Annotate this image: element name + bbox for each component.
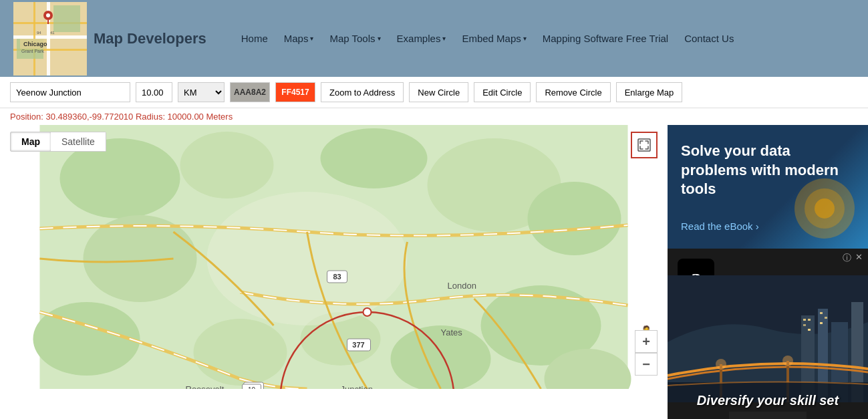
ad-bottom-cta[interactable]: Learn More (729, 412, 806, 419)
position-text: Position: 30.489360,-99.772010 Radius: 1… (10, 112, 233, 122)
header: Chicago Grant Park 94 41 Map Developers … (0, 0, 868, 77)
address-input[interactable] (10, 82, 130, 102)
svg-point-12 (46, 13, 50, 17)
map-type-satellite[interactable]: Satellite (51, 132, 106, 151)
svg-rect-66 (808, 329, 811, 331)
svg-text:Junction: Junction (341, 384, 373, 389)
svg-rect-63 (803, 319, 806, 321)
stroke-color-box[interactable]: AAA8A2 (230, 82, 270, 102)
enlarge-map-button[interactable]: Enlarge Map (616, 82, 683, 102)
svg-point-25 (194, 319, 287, 386)
nav-mapping-software[interactable]: Mapping Software Free Trial (541, 29, 670, 47)
zoom-to-address-button[interactable]: Zoom to Address (321, 82, 404, 102)
svg-rect-65 (803, 324, 806, 326)
nav-embeds-arrow: ▾ (523, 35, 527, 42)
ad-city-image (668, 275, 868, 402)
zoom-controls: + − (635, 330, 658, 376)
svg-text:London: London (448, 281, 476, 291)
map-type-buttons: Map Satellite (10, 132, 106, 152)
svg-text:Grant Park: Grant Park (21, 49, 44, 53)
position-info: Position: 30.489360,-99.772010 Radius: 1… (0, 108, 868, 125)
logo-area: Chicago Grant Park 94 41 Map Developers (13, 2, 206, 76)
svg-point-19 (180, 132, 274, 198)
nav-map-tools[interactable]: Map Tools ▾ (328, 29, 382, 47)
toolbar: KM Miles Meters AAA8A2 FF4517 Zoom to Ad… (0, 77, 868, 108)
nav-contact-us[interactable]: Contact Us (683, 29, 735, 47)
svg-point-72 (716, 359, 726, 370)
logo-map: Chicago Grant Park 94 41 (13, 2, 87, 76)
map-svg: 377 83 10 10 10 London Yates Roosevelt (0, 125, 668, 389)
unit-select[interactable]: KM Miles Meters (178, 82, 225, 102)
svg-point-23 (84, 215, 197, 302)
fill-color-box[interactable]: FF4517 (275, 82, 315, 102)
svg-rect-69 (820, 322, 823, 324)
nav-examples[interactable]: Examples ▾ (396, 29, 448, 47)
svg-rect-67 (820, 312, 823, 314)
map-canvas[interactable]: 377 83 10 10 10 London Yates Roosevelt (0, 125, 668, 389)
site-title: Map Developers (94, 30, 206, 47)
svg-point-22 (528, 182, 621, 255)
svg-point-57 (815, 198, 835, 219)
ad-top: Solve your data problems with modern too… (668, 125, 868, 249)
svg-text:10: 10 (248, 386, 256, 389)
ad-top-decoration (781, 168, 868, 249)
ad-info-icon[interactable]: ⓘ (843, 252, 851, 264)
nav-maps[interactable]: Maps ▾ (283, 29, 315, 47)
svg-rect-7 (53, 5, 80, 32)
svg-point-20 (321, 128, 428, 188)
nav-examples-arrow: ▾ (442, 35, 446, 42)
svg-rect-64 (808, 319, 811, 321)
radius-input[interactable] (136, 82, 172, 102)
svg-text:Roosevelt: Roosevelt (186, 384, 225, 389)
remove-circle-button[interactable]: Remove Circle (536, 82, 610, 102)
svg-text:94: 94 (37, 31, 41, 35)
nav: Home Maps ▾ Map Tools ▾ Examples ▾ Embed… (227, 29, 855, 47)
ad-bottom-text: Diversify your skill set (687, 386, 849, 412)
svg-point-48 (364, 308, 372, 316)
nav-maptools-arrow: ▾ (378, 35, 381, 42)
ad-close-icon[interactable]: ✕ (855, 252, 863, 264)
nav-embed-maps[interactable]: Embed Maps ▾ (460, 29, 527, 47)
svg-text:Chicago: Chicago (23, 41, 47, 47)
new-circle-button[interactable]: New Circle (409, 82, 468, 102)
svg-text:377: 377 (352, 341, 364, 349)
zoom-in-button[interactable]: + (635, 330, 658, 353)
main-content: Map Satellite 🧍 + − (0, 125, 868, 419)
fullscreen-button[interactable] (631, 132, 658, 158)
nav-maps-arrow: ▾ (310, 35, 313, 42)
zoom-out-button[interactable]: − (635, 353, 658, 376)
svg-rect-68 (825, 317, 827, 319)
nav-home[interactable]: Home (240, 29, 269, 47)
ad-bottom: ⓘ ✕ a (668, 249, 868, 419)
sidebar: Solve your data problems with modern too… (668, 125, 868, 419)
svg-text:41: 41 (50, 31, 55, 35)
map-section: Map Satellite 🧍 + − (0, 125, 668, 419)
svg-text:Yates: Yates (441, 327, 463, 337)
edit-circle-button[interactable]: Edit Circle (474, 82, 531, 102)
svg-point-73 (782, 356, 793, 366)
map-type-map[interactable]: Map (11, 132, 51, 151)
svg-text:83: 83 (333, 273, 341, 281)
ad-bottom-info: ⓘ ✕ (843, 252, 863, 264)
